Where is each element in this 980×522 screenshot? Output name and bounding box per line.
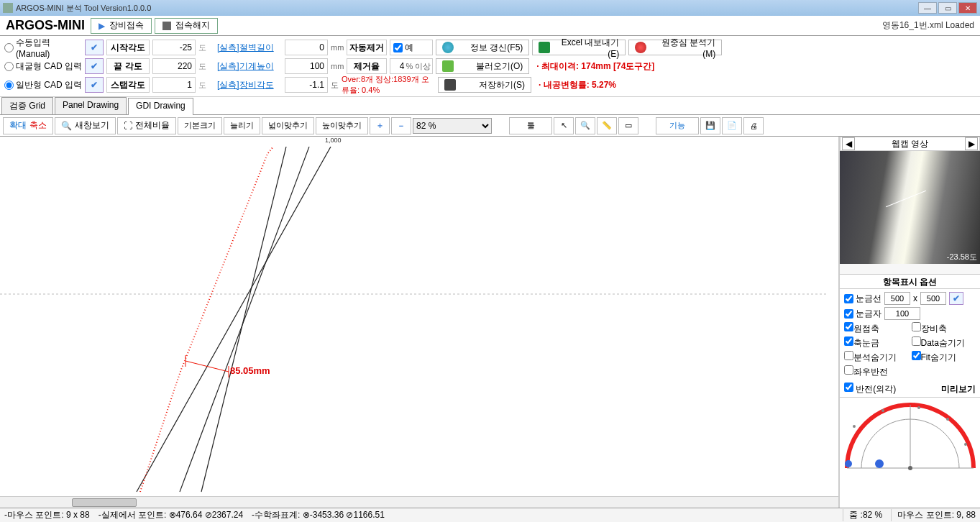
ea-value[interactable]: -1.1 — [285, 77, 328, 93]
save-icon — [444, 79, 456, 91]
prev-arrow[interactable]: ◀ — [842, 137, 855, 150]
header-bar: ARGOS-MINI ▶ 장비접속 접속해지 영동16_1번.xml Loade… — [0, 16, 980, 36]
etc-button[interactable]: 기능 — [656, 117, 699, 134]
check-icon[interactable]: ✔ — [85, 58, 104, 74]
scrollbar-thumb[interactable] — [72, 498, 137, 507]
fullratio-button[interactable]: ⛶전체비율 — [117, 117, 176, 134]
minimize-button[interactable]: — — [918, 2, 937, 14]
window-titlebar: ARGOS-MINI 분석 Tool Version1.0.0.0 — ▭ ✕ — [0, 0, 980, 16]
gridnum-v[interactable] — [884, 307, 920, 320]
pointer-tool[interactable]: ↖ — [554, 117, 574, 134]
excel-button[interactable]: Excel 내보내기(E) — [532, 40, 626, 55]
svg-point-13 — [881, 409, 884, 412]
end-angle-value[interactable]: 220 — [152, 58, 196, 74]
disconnect-button[interactable]: 접속해지 — [155, 18, 218, 34]
radio-manual[interactable]: 수동입력(Manual) — [4, 37, 82, 59]
rate-value[interactable]: 4 — [400, 61, 405, 71]
refresh-button[interactable]: 정보 갱신(F5) — [436, 40, 529, 55]
deform-note: · 내공변형률: 5.27% — [539, 79, 616, 91]
max-gap-note: · 최대이격: 174mm [74도구간] — [536, 60, 654, 73]
chk-gridline[interactable]: 눈금선 — [844, 293, 881, 305]
save-button[interactable]: 저장하기(S) — [438, 77, 531, 93]
zoom-buttons[interactable]: 확대 축소 — [3, 117, 53, 134]
h-scrollbar[interactable] — [0, 496, 838, 508]
check-icon[interactable]: ✔ — [85, 40, 104, 55]
plus-button[interactable]: ＋ — [370, 117, 390, 134]
chk-datahide[interactable]: Data숨기기 — [912, 336, 976, 349]
wall-value[interactable]: 0 — [285, 40, 328, 55]
radio-cad1[interactable]: 대굴형 CAD 입력 — [4, 60, 82, 73]
connect-label: 장비접속 — [109, 19, 144, 32]
start-angle-label: 시작각도 — [106, 40, 150, 55]
chk-axisgrid[interactable]: 축눈금 — [844, 336, 909, 349]
centroid-button[interactable]: 원중심 분석기(M) — [628, 40, 722, 55]
minus-button[interactable]: − — [391, 117, 411, 134]
close-button[interactable]: ✕ — [958, 2, 977, 14]
next-arrow[interactable]: ▶ — [965, 137, 978, 150]
svg-point-16 — [964, 443, 967, 446]
svg-point-15 — [946, 418, 949, 421]
ea-link[interactable]: [실측]장비각도 — [217, 79, 282, 91]
start-angle-value[interactable]: -25 — [152, 40, 196, 55]
status-zoom: 줌 :82 % — [843, 509, 882, 521]
chk-gridnum[interactable]: 눈금자 — [844, 308, 881, 320]
mh-link[interactable]: [실측]기계높이 — [217, 60, 282, 73]
maximize-button[interactable]: ▭ — [938, 2, 957, 14]
chk-fliplr[interactable]: 좌우반전 — [844, 365, 909, 378]
webcam-overlay-line — [886, 191, 926, 207]
window-title: ARGOS-MINI 분석 Tool Version1.0.0.0 — [16, 3, 918, 14]
chk-invert[interactable]: 반전(외각) — [844, 383, 896, 395]
app-logo: ARGOS-MINI — [6, 18, 85, 33]
chk-fithide[interactable]: Fit숨기기 — [912, 351, 976, 364]
tab-panel[interactable]: Panel Drawing — [55, 97, 127, 114]
connect-button[interactable]: ▶ 장비접속 — [91, 18, 152, 34]
save-icon-button[interactable]: 💾 — [700, 117, 720, 134]
app-icon — [3, 3, 13, 13]
radio-cad2[interactable]: 일반형 CAD 입력 — [4, 79, 82, 91]
over-msg: Over:8개 정상:1839개 오류율: 0.4% — [342, 74, 435, 96]
wall-link[interactable]: [실측]절벽길이 — [217, 42, 282, 54]
chk-devaxis[interactable]: 장비축 — [912, 322, 976, 335]
play-icon: ▶ — [99, 21, 105, 31]
svg-point-11 — [845, 460, 852, 467]
zoom-select[interactable]: 82 % — [413, 118, 492, 134]
tab-gdi[interactable]: GDI Drawing — [128, 98, 193, 115]
load-button[interactable]: 불러오기(O) — [436, 58, 529, 74]
chk-anahide[interactable]: 분석숨기기 — [844, 351, 909, 364]
right-panel: ◀ 웹캡 영상 ▶ -23.58도 항목표시 옵션 눈금선 x ✔ 눈금자 원점… — [839, 137, 980, 508]
fit-height-button[interactable]: 높이맞추기 — [316, 117, 368, 134]
check-icon[interactable]: ✔ — [85, 77, 104, 93]
grid-w[interactable] — [884, 292, 910, 305]
status-bar: -마우스 포인트: 9 x 88 -실제에서 포인트: ⊗476.64 ⊘236… — [0, 508, 980, 522]
newview-button[interactable]: 🔍새창보기 — [55, 117, 116, 134]
doc-icon-button[interactable]: 📄 — [722, 117, 742, 134]
webcam-slider[interactable] — [840, 264, 980, 275]
origsize-button[interactable]: 기본크기 — [178, 117, 222, 134]
opts-title: 항목표시 옵션 — [840, 275, 980, 289]
grid-h[interactable] — [920, 292, 946, 305]
ruler-tool[interactable]: 📏 — [597, 117, 617, 134]
svg-point-14 — [917, 406, 920, 409]
excel-icon — [539, 42, 550, 53]
autorm-check[interactable]: 예 — [390, 40, 433, 55]
preview-label: 미리보기 — [941, 383, 976, 395]
print-icon-button[interactable]: 🖨 — [743, 117, 764, 134]
chk-origaxis[interactable]: 원점축 — [844, 322, 909, 335]
svg-line-2 — [180, 147, 309, 492]
fit-icon: ⛶ — [124, 121, 132, 131]
step-angle-value[interactable]: 1 — [152, 77, 196, 93]
apply-grid[interactable]: ✔ — [949, 292, 963, 305]
svg-point-10 — [875, 459, 884, 468]
rate-label: 제거율 — [347, 58, 387, 74]
status-actual: -실제에서 포인트: ⊗476.64 ⊘2367.24 — [99, 509, 243, 521]
tab-grid[interactable]: 검증 Grid — [1, 97, 53, 114]
mh-value[interactable]: 100 — [285, 58, 328, 74]
widen-button[interactable]: 늘리기 — [224, 117, 260, 134]
rect-tool[interactable]: ▭ — [618, 117, 638, 134]
refresh-icon — [442, 42, 454, 53]
tool-button[interactable]: 툴 — [509, 117, 552, 134]
drawing-canvas[interactable]: 1,000 85.05mm — [0, 137, 839, 508]
main-area: 1,000 85.05mm ◀ 웹캡 영상 ▶ -23.58도 — [0, 137, 980, 508]
zoom-tool[interactable]: 🔍 — [575, 117, 595, 134]
fit-width-button[interactable]: 넓이맞추기 — [262, 117, 314, 134]
